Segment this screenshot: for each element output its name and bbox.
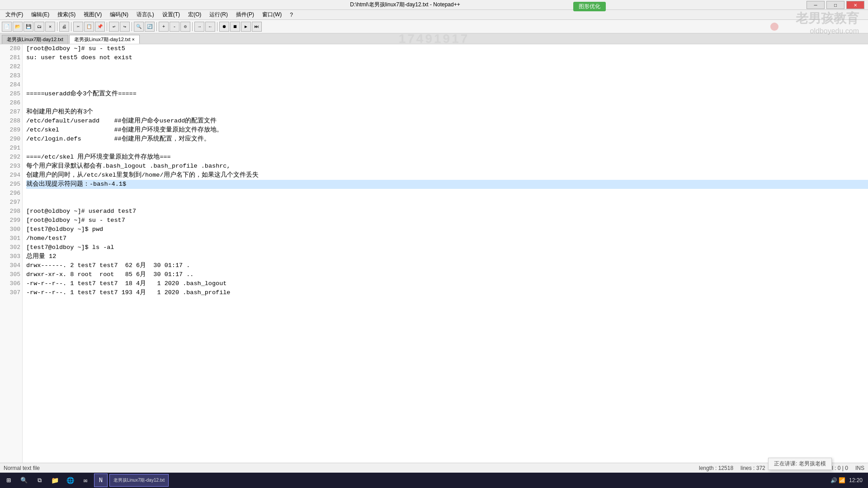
toolbar-macro-rec[interactable]: ⏺	[219, 22, 229, 32]
toolbar-find[interactable]: 🔍	[134, 22, 144, 32]
toolbar-save[interactable]: 💾	[24, 22, 33, 32]
code-line	[26, 189, 868, 198]
line-number: 289	[0, 126, 20, 135]
maximize-button[interactable]: □	[826, 1, 844, 9]
code-line	[26, 80, 868, 89]
code-line	[26, 71, 868, 80]
taskbar-time: 12:20	[849, 477, 863, 483]
toolbar-indent[interactable]: →	[194, 22, 204, 32]
toolbar-saveall[interactable]: 🗂	[34, 22, 44, 32]
title-bar: D:\html\老男孩linux7期-day12.txt - Notepad++…	[0, 0, 868, 10]
start-button[interactable]: ⊞	[2, 474, 15, 487]
menu-macro[interactable]: 宏(O)	[184, 10, 205, 19]
line-number: 299	[0, 216, 20, 225]
code-line: /etc/default/useradd ##创建用户命令useradd的配置文…	[26, 117, 868, 126]
menu-encoding[interactable]: 编码(N)	[106, 10, 132, 19]
code-line: /etc/login.defs ##创建用户系统配置，对应文件。	[26, 135, 868, 144]
line-number: 284	[0, 80, 20, 89]
close-button[interactable]: ✕	[846, 1, 864, 9]
toolbar-replace[interactable]: 🔄	[145, 22, 155, 32]
code-content[interactable]: [root@oldboy ~]# su - test5su: user test…	[23, 44, 868, 463]
browser-button[interactable]: 🌐	[63, 474, 77, 487]
task-view-button[interactable]: ⧉	[33, 474, 46, 487]
status-filetype: Normal text file	[4, 465, 40, 471]
code-line: -rw-r--r--. 1 test7 test7 18 4月 1 2020 .…	[26, 279, 868, 288]
toolbar-print[interactable]: 🖨	[59, 22, 69, 32]
line-number: 294	[0, 171, 20, 180]
title-controls: ─ □ ✕	[807, 1, 864, 9]
tab-active[interactable]: 老男孩Linux7期-day12.txt ×	[69, 35, 140, 44]
line-number: 306	[0, 279, 20, 288]
tab-secondary[interactable]: 老男孩Linux7期-day12.txt	[2, 35, 68, 44]
code-line: -rw-r--r--. 1 test7 test7 193 4月 1 2020 …	[26, 288, 868, 297]
toolbar-paste[interactable]: 📌	[95, 22, 105, 32]
code-line	[26, 99, 868, 108]
line-number: 280	[0, 44, 20, 53]
line-number: 290	[0, 135, 20, 144]
toolbar-cut[interactable]: ✂	[73, 22, 83, 32]
toolbar-new[interactable]: 📄	[2, 22, 12, 32]
qq-notify-text: 正在讲课: 老男孩老模	[774, 460, 826, 467]
notepad-taskbar[interactable]: N	[94, 474, 108, 487]
code-line: ====/etc/skel 用户环境变量原始文件存放地===	[26, 153, 868, 162]
code-line: 就会出现提示符问题：-bash-4.1$	[26, 180, 868, 189]
code-line: /home/test7	[26, 234, 868, 243]
toolbar-sep2	[71, 22, 71, 31]
status-length: length : 12518	[699, 465, 733, 471]
menu-edit[interactable]: 编辑(E)	[28, 10, 53, 19]
toolbar-zoomin[interactable]: +	[159, 22, 169, 32]
line-number: 292	[0, 153, 20, 162]
status-ins: INS	[855, 465, 864, 471]
toolbar-sep6	[192, 22, 193, 31]
toolbar-undo[interactable]: ↩	[109, 22, 119, 32]
toolbar-close[interactable]: ✕	[45, 22, 55, 32]
toolbar-sep7	[217, 22, 217, 31]
code-line: [root@oldboy ~]# su - test5	[26, 44, 868, 53]
toolbar-macro-run[interactable]: ⏭	[252, 22, 262, 32]
minimize-button[interactable]: ─	[807, 1, 825, 9]
toolbar-copy[interactable]: 📋	[84, 22, 94, 32]
status-lines: lines : 372	[741, 465, 765, 471]
menu-window[interactable]: 窗口(W)	[259, 10, 285, 19]
toolbar-sep4	[132, 22, 132, 31]
line-number: 291	[0, 144, 20, 153]
line-number: 304	[0, 261, 20, 270]
toolbar-outdent[interactable]: ←	[205, 22, 215, 32]
menu-plugins[interactable]: 插件(P)	[232, 10, 258, 19]
menu-run[interactable]: 运行(R)	[206, 10, 231, 19]
code-line: su: user test5 does not exist	[26, 53, 868, 62]
line-number: 302	[0, 243, 20, 252]
code-line	[26, 144, 868, 153]
toolbar-macro-play[interactable]: ▶	[241, 22, 251, 32]
code-line: 总用量 12	[26, 252, 868, 261]
qq-notification: 正在讲课: 老男孩老模	[768, 458, 832, 470]
line-number: 293	[0, 162, 20, 171]
menu-file[interactable]: 文件(F)	[2, 10, 27, 19]
menu-search[interactable]: 搜索(S)	[54, 10, 79, 19]
menu-language[interactable]: 语言(L)	[133, 10, 158, 19]
code-line: drwxr-xr-x. 8 root root 85 6月 30 01:17 .…	[26, 270, 868, 279]
menu-bar: 文件(F) 编辑(E) 搜索(S) 视图(V) 编码(N) 语言(L) 设置(T…	[0, 10, 868, 20]
toolbar-sep3	[107, 22, 107, 31]
mail-button[interactable]: ✉	[79, 474, 92, 487]
line-number: 287	[0, 108, 20, 117]
search-button[interactable]: 🔍	[17, 474, 31, 487]
file-explorer-button[interactable]: 📁	[48, 474, 61, 487]
toolbar-zoomreset[interactable]: ⊙	[180, 22, 190, 32]
line-number: 301	[0, 234, 20, 243]
taskbar-app-notepad[interactable]: 老男孩Linux7期-day12.txt	[109, 474, 169, 487]
menu-help[interactable]: ?	[286, 11, 297, 19]
line-number: 298	[0, 207, 20, 216]
toolbar-macro-stop[interactable]: ⏹	[230, 22, 240, 32]
menu-settings[interactable]: 设置(T)	[159, 10, 184, 19]
line-number: 283	[0, 71, 20, 80]
code-line: [test7@oldboy ~]$ pwd	[26, 225, 868, 234]
line-number: 300	[0, 225, 20, 234]
menu-view[interactable]: 视图(V)	[80, 10, 105, 19]
toolbar-zoomout[interactable]: -	[170, 22, 179, 32]
code-line	[26, 62, 868, 71]
status-bar: Normal text file length : 12518 lines : …	[0, 463, 868, 473]
toolbar-open[interactable]: 📂	[13, 22, 23, 32]
toolbar-redo[interactable]: ↪	[120, 22, 130, 32]
line-number: 297	[0, 198, 20, 207]
